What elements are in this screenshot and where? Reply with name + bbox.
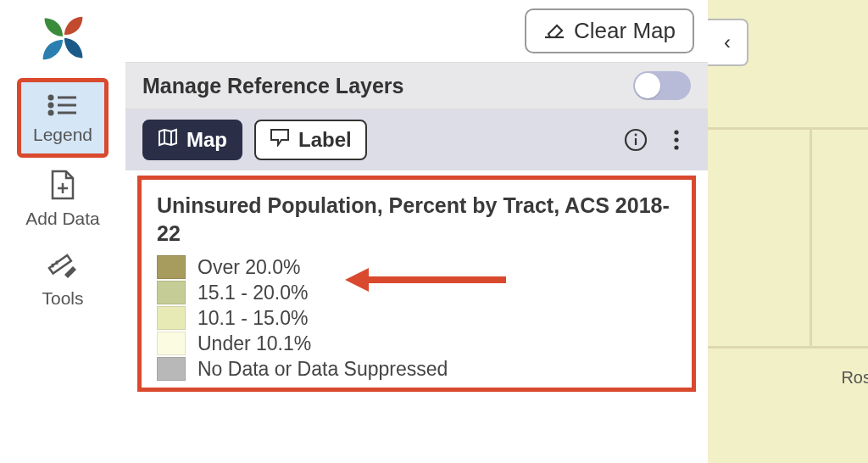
legend-panel: Uninsured Population, Percent by Tract, … (137, 176, 696, 392)
legend-item: 10.1 - 15.0% (157, 306, 676, 330)
clear-map-label: Clear Map (574, 18, 676, 44)
sidebar-item-label: Add Data (25, 209, 100, 229)
reference-layers-row: Manage Reference Layers (125, 62, 708, 109)
clear-map-button[interactable]: Clear Map (525, 8, 694, 53)
legend-item: Under 10.1% (157, 332, 676, 355)
map-road (810, 127, 812, 348)
map-icon (158, 128, 178, 152)
svg-point-18 (674, 137, 678, 142)
sidebar-item-label: Tools (42, 288, 83, 309)
sidebar-item-tools[interactable]: Tools (17, 237, 108, 317)
legend-swatch (157, 281, 186, 304)
legend-label: Under 10.1% (198, 332, 311, 355)
legend-item: No Data or Data Suppressed (157, 357, 676, 381)
legend-swatch (157, 306, 186, 330)
legend-icon (47, 94, 78, 120)
legend-label: 15.1 - 20.0% (198, 282, 308, 304)
map-canvas[interactable]: ‹ Ros (708, 0, 868, 463)
app-root: Legend Add Data Tools (0, 0, 868, 463)
add-data-icon (49, 170, 76, 204)
more-options-button[interactable] (662, 126, 691, 154)
legend-items: Over 20.0%15.1 - 20.0%10.1 - 15.0%Under … (157, 255, 676, 381)
svg-point-0 (49, 96, 53, 99)
layer-tab-row: Map Label (125, 109, 708, 170)
legend-title: Uninsured Population, Percent by Tract, … (157, 192, 676, 247)
app-logo (30, 5, 96, 71)
legend-swatch (157, 357, 186, 381)
legend-label: 10.1 - 15.0% (198, 307, 308, 330)
svg-point-19 (674, 145, 678, 149)
label-tab[interactable]: Label (254, 120, 367, 160)
label-icon (270, 128, 290, 152)
sidebar-item-label: Legend (33, 125, 92, 145)
sidebar-item-legend[interactable]: Legend (17, 78, 108, 158)
toggle-knob (635, 73, 660, 98)
label-tab-label: Label (298, 128, 352, 152)
info-button[interactable] (621, 126, 650, 154)
reference-layers-title: Manage Reference Layers (142, 74, 403, 98)
map-road (708, 346, 868, 349)
collapse-panel-button[interactable]: ‹ (708, 19, 748, 66)
reference-layers-toggle[interactable] (633, 71, 691, 100)
legend-swatch (157, 332, 186, 355)
legend-swatch (157, 255, 186, 279)
legend-label: No Data or Data Suppressed (198, 358, 448, 381)
legend-item: Over 20.0% (157, 255, 676, 279)
sidebar-item-add-data[interactable]: Add Data (17, 158, 108, 237)
map-place-label: Ros (841, 368, 868, 388)
map-tab-label: Map (186, 128, 227, 152)
svg-point-17 (674, 130, 678, 134)
svg-point-15 (635, 134, 637, 137)
legend-label: Over 20.0% (198, 256, 300, 279)
legend-item: 15.1 - 20.0% (157, 281, 676, 304)
top-toolbar: Clear Map (125, 0, 708, 62)
control-panel: Clear Map Manage Reference Layers Map (125, 0, 708, 463)
map-road (708, 127, 868, 130)
eraser-icon (543, 17, 565, 45)
map-tab[interactable]: Map (142, 120, 242, 160)
svg-point-2 (49, 103, 53, 107)
svg-point-4 (49, 111, 53, 114)
tools-icon (47, 249, 78, 283)
sidebar: Legend Add Data Tools (0, 0, 125, 463)
chevron-left-icon: ‹ (724, 31, 731, 54)
